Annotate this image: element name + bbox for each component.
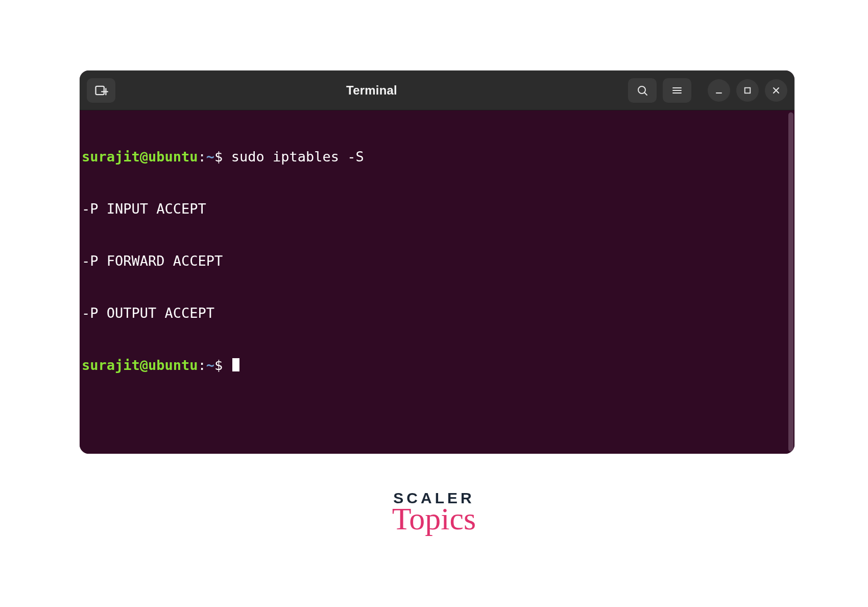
cursor	[232, 358, 239, 371]
prompt-path: ~	[206, 357, 214, 373]
terminal-line-prompt: surajit@ubuntu:~$	[82, 357, 792, 374]
minimize-icon	[714, 85, 724, 96]
svg-line-4	[644, 92, 647, 95]
search-button[interactable]	[628, 78, 657, 103]
scrollbar-thumb[interactable]	[788, 112, 793, 452]
minimize-button[interactable]	[708, 79, 730, 102]
scrollbar[interactable]	[788, 112, 793, 452]
terminal-output-line: -P OUTPUT ACCEPT	[82, 305, 792, 322]
close-icon	[771, 85, 781, 96]
new-tab-icon	[94, 83, 108, 98]
svg-rect-0	[96, 86, 104, 94]
page-stage: Terminal	[0, 0, 868, 607]
new-tab-button[interactable]	[87, 78, 115, 103]
prompt-separator: :	[198, 149, 206, 165]
prompt-user-host: surajit@ubuntu	[82, 357, 198, 373]
titlebar-right	[628, 78, 787, 103]
titlebar: Terminal	[80, 71, 794, 110]
branding-logo: SCALER Topics	[392, 491, 476, 534]
titlebar-left	[87, 78, 115, 103]
window-title: Terminal	[120, 83, 623, 98]
prompt-path: ~	[206, 149, 214, 165]
branding-line2: Topics	[392, 503, 476, 534]
menu-button[interactable]	[663, 78, 691, 103]
maximize-icon	[743, 86, 752, 95]
prompt-symbol: $	[214, 357, 223, 373]
svg-rect-9	[745, 87, 751, 93]
terminal-line-command: surajit@ubuntu:~$ sudo iptables -S	[82, 148, 792, 166]
prompt-separator: :	[198, 357, 206, 373]
terminal-body[interactable]: surajit@ubuntu:~$ sudo iptables -S -P IN…	[80, 110, 794, 454]
search-icon	[636, 84, 648, 97]
command-text: sudo iptables -S	[231, 149, 364, 165]
close-button[interactable]	[765, 79, 787, 102]
terminal-output-line: -P INPUT ACCEPT	[82, 200, 792, 218]
prompt-symbol: $	[214, 149, 223, 165]
terminal-output-line: -P FORWARD ACCEPT	[82, 252, 792, 270]
menu-icon	[671, 84, 683, 97]
terminal-window: Terminal	[80, 71, 794, 454]
prompt-user-host: surajit@ubuntu	[82, 149, 198, 165]
maximize-button[interactable]	[736, 79, 759, 102]
